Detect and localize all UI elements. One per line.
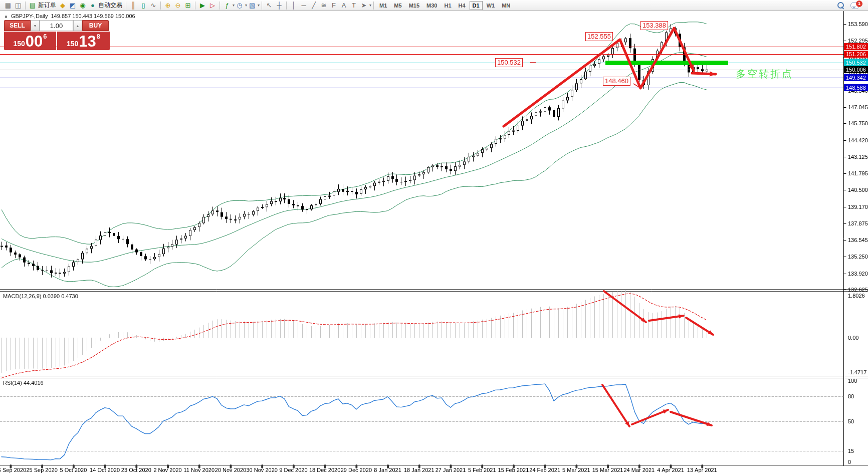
chart-title: ▲ GBPJPY-,Daily 149.857 150.443 149.569 … [4, 13, 135, 19]
price-tag[interactable]: 150.532 [495, 58, 523, 67]
volume-decrease-button[interactable]: ▼ [31, 20, 40, 31]
cursor-icon[interactable]: ↖ [265, 1, 274, 10]
periods-dropdown-icon[interactable]: ▾ [245, 3, 247, 8]
arrows-dropdown-icon[interactable]: ▾ [369, 3, 371, 8]
tab-timeframe-d1[interactable]: D1 [470, 1, 483, 10]
equidistant-channel-icon[interactable]: ≋ [319, 1, 328, 10]
publisher-icon[interactable]: ◩ [68, 1, 77, 10]
candlestick-chart-icon[interactable]: ▯ [139, 1, 148, 10]
indicators-dropdown-icon[interactable]: ▾ [233, 3, 235, 8]
tab-timeframe-m5[interactable]: M5 [391, 1, 404, 10]
turning-point-note[interactable]: 多空转折点 [736, 67, 793, 81]
auto-trading-icon[interactable]: ● [88, 1, 97, 10]
rsi-label: RSI(14) 44.4016 [3, 380, 44, 386]
fibonacci-icon[interactable]: F [329, 1, 338, 10]
buy-price-button[interactable]: 150 13 8 [57, 32, 110, 50]
chart-window-icon[interactable]: ▦ [4, 1, 13, 10]
toolbar-separator [220, 2, 220, 10]
buy-price-big: 13 [79, 34, 96, 49]
tab-timeframe-w1[interactable]: W1 [484, 1, 498, 10]
zoom-in-icon[interactable]: ⊕ [163, 1, 172, 10]
price-tag[interactable]: 148.460 [603, 77, 630, 86]
sell-price-big: 00 [26, 34, 43, 49]
toolbar-separator [262, 2, 262, 10]
toolbar-separator [25, 2, 26, 10]
tab-timeframe-mn[interactable]: MN [499, 1, 513, 10]
search-icon[interactable] [836, 1, 845, 10]
history-center-icon[interactable]: ◆ [58, 1, 67, 10]
mt4-window: ▦ ◫ ▤ 新订单 ◆ ◩ ◉ ● 自动交易 ║ ▯ ∿ ⊕ ⊖ ⊞ ▶ ▷ ƒ… [0, 0, 868, 474]
crosshair-icon[interactable]: ┼ [275, 1, 284, 10]
toolbar-separator [160, 2, 161, 10]
chat-icon[interactable]: 1 [850, 1, 859, 10]
tab-timeframe-m1[interactable]: M1 [376, 1, 390, 10]
tab-timeframe-h1[interactable]: H1 [441, 1, 454, 10]
trendline-icon[interactable]: ╱ [309, 1, 318, 10]
sell-price-prefix: 150 [13, 40, 25, 48]
buy-button[interactable]: BUY [82, 20, 109, 31]
news-icon[interactable]: ◉ [78, 1, 87, 10]
line-chart-icon[interactable]: ∿ [149, 1, 158, 10]
auto-trading-label[interactable]: 自动交易 [98, 1, 122, 10]
market-watch-icon[interactable]: ◫ [14, 1, 23, 10]
sell-price-button[interactable]: 150 00 6 [4, 32, 56, 50]
main-toolbar: ▦ ◫ ▤ 新订单 ◆ ◩ ◉ ● 自动交易 ║ ▯ ∿ ⊕ ⊖ ⊞ ▶ ▷ ƒ… [0, 0, 868, 11]
volume-increase-button[interactable]: ▲ [73, 20, 82, 31]
text-icon[interactable]: A [339, 1, 348, 10]
one-click-trading-panel: SELL ▼ 1.00 ▲ BUY 150 00 6 150 13 8 [4, 20, 110, 50]
buy-price-pip: 8 [97, 33, 100, 40]
toolbar-separator [126, 2, 126, 10]
auto-scroll-icon[interactable]: ▶ [198, 1, 207, 10]
one-click-collapse-icon[interactable]: ▲ [4, 14, 8, 19]
symbol-period-label: GBPJPY-,Daily [11, 13, 48, 19]
macd-label: MACD(12,26,9) 0.0390 0.4730 [3, 293, 78, 299]
toolbar-separator [195, 2, 195, 10]
sell-button[interactable]: SELL [4, 20, 31, 31]
price-tag[interactable]: 152.555 [585, 32, 613, 41]
tile-windows-icon[interactable]: ⊞ [183, 1, 192, 10]
notification-badge: 1 [856, 1, 862, 7]
templates-icon[interactable]: ▧ [248, 1, 257, 10]
new-order-label[interactable]: 新订单 [38, 1, 56, 10]
text-label-icon[interactable]: T [349, 1, 358, 10]
tab-timeframe-m15[interactable]: M15 [406, 1, 422, 10]
bar-chart-icon[interactable]: ║ [129, 1, 138, 10]
periods-clock-icon[interactable]: ◷ [235, 1, 244, 10]
vertical-line-icon[interactable]: │ [289, 1, 298, 10]
volume-input[interactable]: 1.00 [40, 20, 73, 31]
arrows-tool-icon[interactable]: ➤ [359, 1, 368, 10]
chart-shift-icon[interactable]: ▷ [208, 1, 217, 10]
horizontal-line-icon[interactable]: ─ [299, 1, 308, 10]
price-tag[interactable]: 153.388 [640, 21, 668, 30]
templates-dropdown-icon[interactable]: ▾ [258, 3, 260, 8]
chat-bubble-icon: 1 [850, 2, 859, 9]
buy-price-prefix: 150 [67, 40, 78, 48]
indicators-icon[interactable]: ƒ [223, 1, 232, 10]
sell-price-pip: 6 [43, 33, 47, 40]
toolbar-separator [373, 2, 374, 10]
tab-timeframe-h4[interactable]: H4 [456, 1, 469, 10]
zoom-out-icon[interactable]: ⊖ [173, 1, 182, 10]
tab-timeframe-m30[interactable]: M30 [423, 1, 440, 10]
ohlc-readout: 149.857 150.443 149.569 150.006 [51, 13, 135, 19]
new-order-icon[interactable]: ▤ [28, 1, 37, 10]
toolbar-separator [286, 2, 287, 10]
